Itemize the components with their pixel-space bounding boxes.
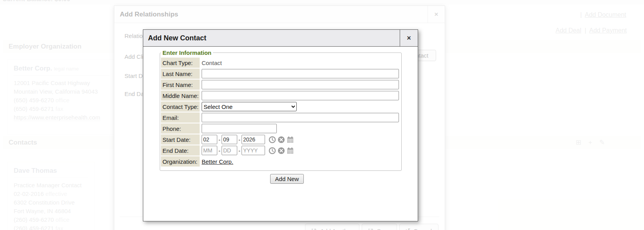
date-separator: - (238, 147, 240, 154)
end-date-label: End Date: (161, 145, 200, 156)
phone-input[interactable] (202, 124, 277, 133)
last-name-row: Last Name: (161, 69, 399, 79)
last-name-label: Last Name: (161, 69, 200, 79)
end-year-input[interactable] (242, 146, 265, 155)
first-name-input[interactable] (202, 80, 399, 89)
end-date-row: End Date: - - (161, 145, 399, 156)
email-label: Email: (161, 112, 200, 123)
calendar-icon[interactable] (287, 147, 294, 154)
email-input[interactable] (202, 113, 399, 122)
email-row: Email: (161, 112, 399, 123)
start-date-label: Start Date: (161, 134, 200, 145)
phone-label: Phone: (161, 123, 200, 134)
start-day-input[interactable] (222, 135, 237, 144)
date-separator: - (218, 136, 220, 143)
middle-name-label: Middle Name: (161, 91, 200, 101)
start-year-input[interactable] (242, 135, 265, 144)
clear-date-icon[interactable] (278, 147, 285, 154)
contact-type-label: Contact Type: (161, 101, 200, 112)
phone-row: Phone: (161, 123, 399, 134)
add-new-contact-header: Add New Contact × (143, 30, 418, 47)
organization-row: Organization: Better Corp. (161, 156, 399, 167)
chart-type-value: Contact (200, 60, 399, 66)
contact-type-row: Contact Type: Select One (161, 101, 399, 112)
clear-date-icon[interactable] (278, 136, 285, 143)
enter-information-fieldset: Enter Information Chart Type: Contact La… (160, 49, 402, 171)
add-new-contact-modal: Add New Contact × Enter Information Char… (143, 29, 418, 221)
enter-information-legend: Enter Information (161, 49, 213, 56)
organization-label: Organization: (161, 156, 200, 167)
close-icon[interactable]: × (400, 30, 418, 46)
add-new-button[interactable]: Add New (270, 174, 304, 184)
start-month-input[interactable] (202, 135, 217, 144)
start-date-row: Start Date: - - (161, 134, 399, 145)
calendar-icon[interactable] (287, 136, 294, 143)
contact-type-select[interactable]: Select One (202, 102, 297, 111)
start-date-icons (269, 136, 294, 143)
end-month-input[interactable] (202, 146, 217, 155)
end-date-icons (269, 147, 294, 154)
chart-type-label: Chart Type: (161, 58, 200, 68)
first-name-label: First Name: (161, 80, 200, 90)
end-day-input[interactable] (222, 146, 237, 155)
first-name-row: First Name: (161, 80, 399, 90)
organization-link[interactable]: Better Corp. (202, 158, 233, 165)
add-new-contact-title: Add New Contact (143, 30, 418, 46)
middle-name-row: Middle Name: (161, 91, 399, 101)
middle-name-input[interactable] (202, 91, 399, 100)
chart-type-row: Chart Type: Contact (161, 58, 399, 68)
clock-icon[interactable] (269, 136, 276, 143)
date-separator: - (218, 147, 220, 154)
date-separator: - (238, 136, 240, 143)
clock-icon[interactable] (269, 147, 276, 154)
last-name-input[interactable] (202, 69, 399, 78)
